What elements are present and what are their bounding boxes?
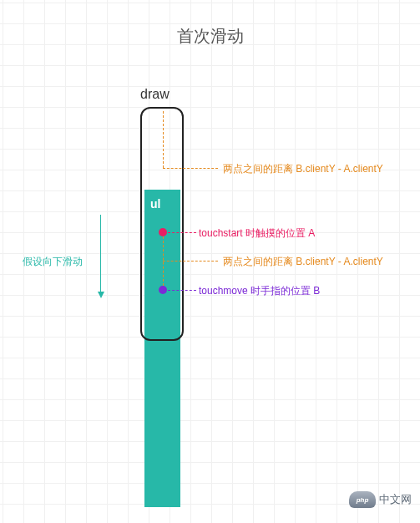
watermark-text: 中文网 <box>379 492 412 507</box>
touchstart-leader <box>168 232 196 233</box>
touchmove-leader <box>168 290 196 291</box>
watermark: php 中文网 <box>349 491 412 508</box>
draw-rect <box>140 107 184 341</box>
distance-line-top <box>163 111 164 168</box>
direction-label: 假设向下滑动 <box>23 255 83 269</box>
point-a <box>159 228 167 236</box>
distance1-label: 两点之间的距离 B.clientY - A.clientY <box>223 162 383 176</box>
arrow-head-icon <box>98 292 104 298</box>
diagram-title: 首次滑动 <box>0 25 420 48</box>
touchmove-label: touchmove 时手指的位置 B <box>199 284 320 298</box>
distance1-leader <box>163 168 218 169</box>
distance2-label: 两点之间的距离 B.clientY - A.clientY <box>223 255 383 269</box>
php-logo-icon: php <box>349 491 376 508</box>
touchstart-label: touchstart 时触摸的位置 A <box>199 226 315 241</box>
distance2-leader <box>163 261 218 262</box>
draw-label: draw <box>140 87 170 102</box>
direction-arrow <box>98 215 104 298</box>
point-b <box>159 286 167 294</box>
ul-label: ul <box>150 197 160 211</box>
arrow-shaft <box>100 215 101 292</box>
